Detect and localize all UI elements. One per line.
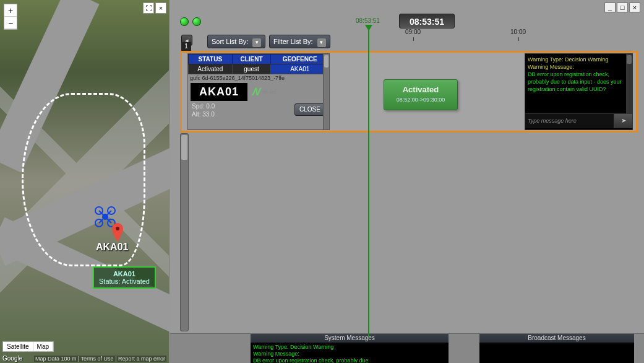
system-messages-panel: System Messages Warning Type: Decision W… [251, 334, 449, 363]
row-number: 1 [181, 42, 191, 51]
chat-line: Warning Message: [528, 63, 630, 71]
sys-line: Warning Message: [253, 351, 446, 357]
chat-input[interactable]: Type message here [525, 114, 614, 128]
map-status-sub: Status: Activated [99, 278, 150, 285]
chat-scrollbar[interactable] [626, 54, 632, 113]
window-min-button[interactable]: _ [604, 2, 616, 12]
playhead[interactable] [368, 25, 369, 338]
window-controls: _ □ × [604, 2, 640, 12]
app-root: AKA01 AKA01 Status: Activated + − ⛶ × Sa… [0, 0, 644, 363]
map-footer: Map Data 100 m | Terms of Use | Report a… [34, 356, 166, 362]
val-status: Activated [189, 64, 233, 74]
clock: 08:53:51 [399, 14, 455, 28]
status-led-icon [180, 17, 189, 26]
map-fullscreen-button[interactable]: ⛶ [143, 2, 154, 14]
system-messages-header: System Messages [251, 334, 449, 343]
val-client: guest [232, 64, 271, 74]
map-status-box[interactable]: AKA01 Status: Activated [93, 266, 156, 289]
broadcast-messages-header: Broadcast Messages [479, 334, 634, 343]
card-scrollbar[interactable] [323, 54, 329, 129]
list-scrollbar[interactable] [180, 133, 189, 331]
sys-line: DB error upon registration check, probab… [253, 357, 446, 363]
geofence-outline [22, 93, 145, 266]
window-close-button[interactable]: × [629, 2, 640, 12]
svg-point-6 [103, 214, 108, 219]
map-type-satellite[interactable]: Satellite [3, 342, 33, 351]
event-time-range: 08:52:00->09:30:00 [384, 97, 457, 103]
svg-point-7 [116, 227, 119, 230]
speed-label: Spd: [192, 103, 205, 110]
map-type-map[interactable]: Map [33, 342, 53, 351]
alt-label: Alt: [192, 111, 200, 118]
bottom-bar: System Messages Warning Type: Decision W… [170, 333, 644, 363]
status-leds [180, 17, 201, 26]
scrollbar-thumb[interactable] [181, 135, 187, 160]
system-messages-body: Warning Type: Decision Warning Warning M… [251, 343, 449, 363]
zoom-control: + − [4, 4, 17, 30]
col-status: STATUS [189, 55, 233, 64]
gufi-text: gufi: 6d-6155e226_14f75014823_-7ffe [188, 74, 329, 82]
signal-label: db ext [262, 89, 276, 95]
playhead-time: 08:53:51 [356, 17, 380, 24]
info-table: STATUS CLIENT GEOFENCE Activated guest A… [188, 54, 329, 74]
map-type-switch: Satellite Map [2, 341, 54, 352]
zoom-out-button[interactable]: − [4, 17, 17, 29]
timeline-ruler[interactable]: 09:00 10:00 [207, 28, 637, 41]
speed-value: 0.0 [206, 103, 215, 110]
val-geofence: AKA01 [271, 64, 329, 74]
chat-line: Warning Type: Decision Warning [528, 56, 630, 63]
map-status-title: AKA01 [99, 270, 150, 278]
event-title: Activated [384, 85, 457, 94]
timeline-panel: _ □ × 08:53:51 ◂ Sort List By: ▾ Filter … [170, 0, 644, 363]
map-close-button[interactable]: × [155, 2, 166, 14]
window-max-button[interactable]: □ [617, 2, 628, 12]
timeline-event[interactable]: Activated 08:52:00->09:30:00 [384, 79, 458, 110]
timeline-tick: 09:00 [405, 28, 421, 35]
close-button[interactable]: CLOSE [294, 103, 325, 116]
chat-messages: Warning Type: Decision Warning Warning M… [525, 54, 632, 113]
zoom-in-button[interactable]: + [4, 4, 17, 17]
scrollbar-thumb[interactable] [324, 55, 328, 68]
scrollbar-thumb[interactable] [627, 55, 632, 64]
status-led-icon [192, 17, 201, 26]
broadcast-messages-panel: Broadcast Messages [479, 334, 634, 363]
sys-line: Warning Type: Decision Warning [253, 344, 446, 351]
callsign-badge: AKA01 [191, 83, 247, 101]
map-attribution: Google [2, 355, 22, 362]
map-panel[interactable]: AKA01 AKA01 Status: Activated + − ⛶ × Sa… [0, 0, 170, 363]
timeline-tick: 10:00 [510, 28, 526, 35]
col-geofence: GEOFENCE [271, 55, 329, 64]
signal-icon: 𝙉 [251, 85, 259, 98]
map-window-controls: ⛶ × [143, 2, 166, 14]
flight-info-card: STATUS CLIENT GEOFENCE Activated guest A… [187, 53, 330, 130]
map-pin-icon[interactable] [111, 223, 124, 242]
map-marker-label: AKA01 [96, 242, 128, 253]
chat-panel: Warning Type: Decision Warning Warning M… [525, 53, 633, 130]
chat-send-button[interactable]: ➤ [614, 114, 632, 128]
broadcast-messages-body [479, 343, 634, 363]
col-client: CLIENT [232, 55, 271, 64]
chat-line: DB error upon registration check, probab… [528, 71, 630, 93]
alt-value: 33.0 [202, 111, 214, 118]
